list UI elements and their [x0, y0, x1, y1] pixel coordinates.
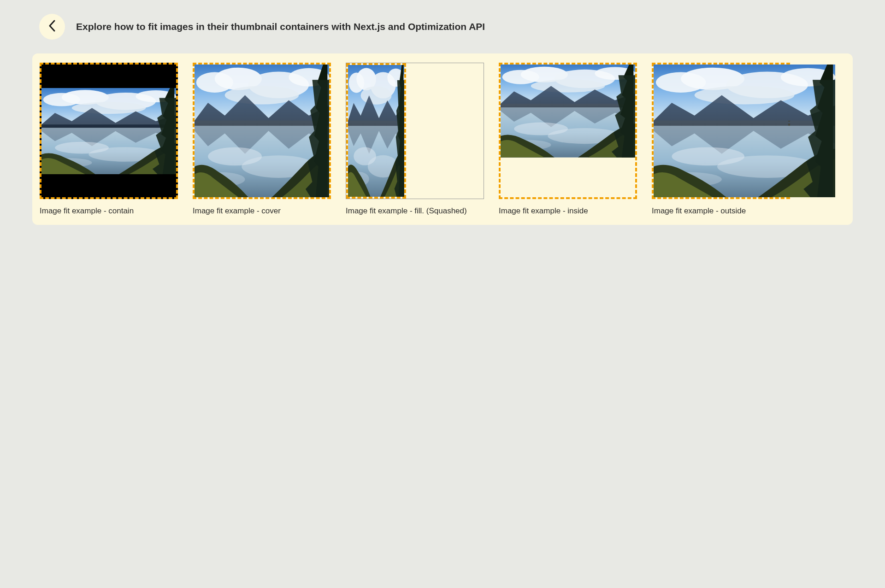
thumbnail-item: Image fit example - fill. (Squashed)	[346, 63, 484, 216]
thumbnail-frame-inside	[499, 63, 637, 199]
page-header: Explore how to fit images in their thumb…	[0, 0, 885, 53]
thumbnail-frame-contain	[40, 63, 178, 199]
thumbnail-item: Image fit example - contain	[40, 63, 178, 216]
thumbnail-grid: Image fit example - contain	[40, 63, 845, 216]
page-title: Explore how to fit images in their thumb…	[76, 21, 485, 32]
sample-image	[501, 65, 635, 158]
sample-image	[654, 65, 835, 197]
thumbnail-caption: Image fit example - contain	[40, 206, 178, 216]
thumbnail-frame-outside	[652, 63, 790, 199]
thumbnail-item: Image fit example - cover	[193, 63, 331, 216]
content-card: Image fit example - contain	[32, 53, 853, 225]
thumbnail-caption: Image fit example - outside	[652, 206, 790, 216]
thumbnail-item: Image fit example - outside	[652, 63, 790, 216]
sample-image	[41, 88, 176, 174]
back-button[interactable]	[39, 14, 65, 40]
thumbnail-caption: Image fit example - fill. (Squashed)	[346, 206, 484, 216]
thumbnail-frame-fill	[346, 63, 406, 199]
sample-image	[348, 65, 404, 197]
thumbnail-frame-cover	[193, 63, 331, 199]
chevron-left-icon	[48, 19, 56, 34]
thumbnail-item: Image fit example - inside	[499, 63, 637, 216]
thumbnail-caption: Image fit example - cover	[193, 206, 331, 216]
thumbnail-frame-fill-outer	[346, 63, 484, 199]
thumbnail-caption: Image fit example - inside	[499, 206, 637, 216]
sample-image	[195, 65, 329, 197]
